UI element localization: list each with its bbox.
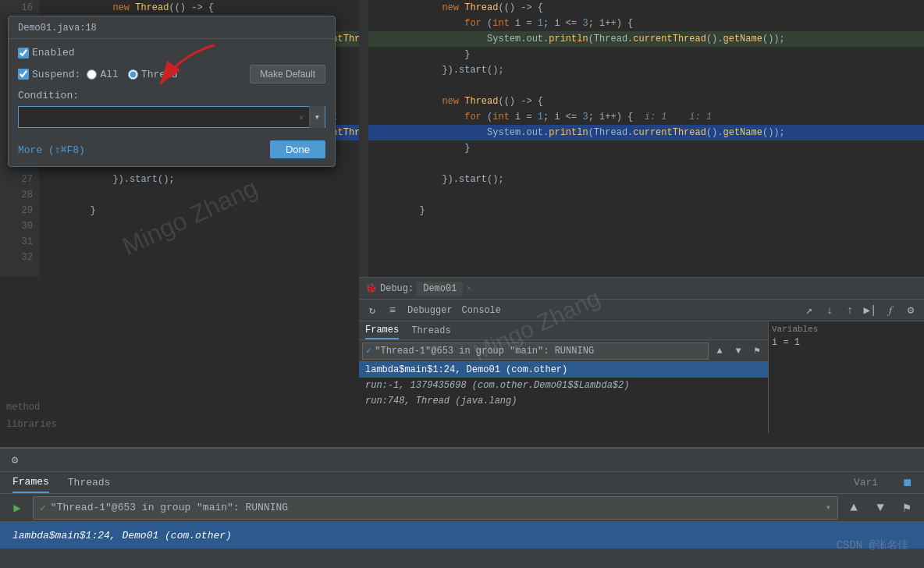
rcode-23: for (int i = 1; i <= 3; i++) { i: 1 i: 1 (368, 109, 924, 125)
variables-panel: Variables i = 1 (768, 321, 924, 433)
bottom-check-icon: ✓ (40, 502, 46, 514)
variable-i: i = 1 (772, 337, 921, 348)
enabled-checkbox-label[interactable]: Enabled (18, 47, 75, 59)
thread-dropdown[interactable]: ✓ "Thread-1"@653 in group "main": RUNNIN… (362, 343, 709, 360)
rcode-25: } (368, 140, 924, 156)
settings-btn[interactable]: ⚙ (902, 302, 919, 319)
bottom-settings-icon[interactable]: ⚙ (6, 452, 23, 469)
bottom-play-btn[interactable]: ▶ (6, 497, 28, 519)
code-line-29: } (39, 203, 359, 218)
console-btn[interactable]: ≡ (384, 302, 401, 319)
debug-tab-label: Debug: (380, 283, 414, 294)
condition-dropdown-btn[interactable]: ▾ (309, 106, 325, 128)
code-line-30 (39, 218, 359, 234)
suspend-text: Suspend: (32, 69, 80, 80)
thread-radio-label[interactable]: Thread (128, 69, 178, 80)
thread-down-btn[interactable]: ▼ (730, 343, 746, 359)
line-num-29: 29 (0, 203, 39, 218)
thread-dropdown-row: ✓ "Thread-1"@653 in group "main": RUNNIN… (359, 340, 768, 362)
bottom-stack-selected[interactable]: lambda$main$1:24, Demo01 (com.other) (0, 522, 924, 548)
bottom-thread-dropdown[interactable]: ✓ "Thread-1"@653 in group "main": RUNNIN… (33, 496, 838, 520)
close-tab-icon[interactable]: ✕ (466, 282, 471, 294)
evaluate-btn[interactable]: 𝑓 (882, 302, 899, 319)
rcode-19: } (368, 47, 924, 62)
enabled-checkbox[interactable] (18, 48, 29, 59)
rcode-20: }).start(); (368, 62, 924, 78)
rcode-28 (368, 187, 924, 203)
condition-input[interactable] (19, 107, 293, 127)
all-radio-label[interactable]: All (87, 69, 118, 80)
thread-text: Thread (141, 69, 178, 80)
frames-threads-header: Frames Threads (359, 321, 768, 340)
dialog-body: Enabled Suspend: All Thread Make Default… (9, 39, 335, 136)
line-num-32: 32 (0, 250, 39, 265)
run-to-cursor-btn[interactable]: ▶| (862, 302, 879, 319)
left-bottom-panel: method libraries (0, 277, 359, 433)
demo01-tab[interactable]: Demo01 (417, 282, 463, 296)
rcode-24: System.out.println(Thread.currentThread(… (368, 125, 924, 140)
stack-item-2[interactable]: run:748, Thread (java.lang) (359, 393, 768, 409)
bottom-thread-text: "Thread-1"@653 in group "main": RUNNING (51, 502, 288, 513)
suspend-row: Suspend: All Thread Make Default (18, 65, 325, 83)
rcode-26 (368, 156, 924, 172)
step-into-btn[interactable]: ↓ (821, 302, 838, 319)
thread-radio[interactable] (128, 69, 138, 80)
check-icon: ✓ (366, 345, 371, 357)
bottom-frames-tab[interactable]: Frames (12, 472, 49, 493)
more-link[interactable]: More (⇧⌘F8) (18, 144, 85, 156)
bottom-filter-btn[interactable]: ⚑ (896, 497, 918, 519)
variables-label: Variables (772, 325, 921, 334)
done-button[interactable]: Done (270, 140, 325, 158)
frames-tab[interactable]: Frames (365, 321, 399, 339)
thread-filter-btn[interactable]: ⚑ (749, 343, 765, 359)
rcode-29: } (368, 203, 924, 218)
suspend-radio-group: All Thread (87, 69, 177, 80)
all-radio[interactable] (87, 69, 97, 80)
step-over-btn[interactable]: ↗ (801, 302, 818, 319)
debug-content: Frames Threads ✓ "Thread-1"@653 in group… (359, 321, 924, 433)
code-lines-right: new Thread(() -> { for (int i = 1; i <= … (368, 0, 924, 277)
line-num-16: 16 (0, 0, 39, 16)
make-default-button[interactable]: Make Default (250, 65, 325, 83)
enabled-row: Enabled (18, 47, 325, 59)
console-tab[interactable]: Console (462, 305, 501, 316)
dialog-title: Demo01.java:18 (9, 16, 335, 39)
code-line-31 (39, 234, 359, 250)
rcode-27: }).start(); (368, 172, 924, 187)
suspend-checkbox-label[interactable]: Suspend: (18, 69, 80, 80)
bottom-panel: ⚙ Frames Threads Vari ■ ▶ ✓ "Thread-1"@6… (0, 447, 924, 568)
bottom-vari-label: Vari (854, 477, 878, 488)
bottom-stack-text: lambda$main$1:24, Demo01 (com.other) (12, 530, 232, 541)
rcode-22: new Thread(() -> { (368, 94, 924, 109)
code-line-16: new Thread(() -> { (39, 0, 359, 16)
debug-panel: 🐞 Debug: Demo01 ✕ ↻ ≡ Debugger Console ↗… (359, 277, 924, 433)
condition-input-row: ✕ ▾ (18, 106, 325, 128)
stack-item-0[interactable]: lambda$main$1:24, Demo01 (com.other) (359, 362, 768, 378)
line-num-31: 31 (0, 234, 39, 250)
condition-label: Condition: (18, 90, 325, 101)
rcode-16: new Thread(() -> { (368, 0, 924, 16)
rcode-21 (368, 78, 924, 94)
resume-btn[interactable]: ↻ (364, 302, 381, 319)
dropdown-arrow: ▾ (826, 502, 831, 513)
bottom-toolbar: ⚙ (0, 449, 924, 472)
threads-tab[interactable]: Threads (411, 321, 450, 339)
step-out-btn[interactable]: ↑ (841, 302, 858, 319)
rcode-17: for (int i = 1; i <= 3; i++) { (368, 16, 924, 31)
stack-item-1[interactable]: run:-1, 1379435698 (com.other.Demo01$$La… (359, 378, 768, 393)
stack-item-0-text: lambda$main$1:24, Demo01 (com.other) (365, 364, 567, 375)
line-num-30: 30 (0, 218, 39, 234)
bottom-thread-row: ▶ ✓ "Thread-1"@653 in group "main": RUNN… (0, 494, 924, 522)
frames-threads-panel: Frames Threads ✓ "Thread-1"@653 in group… (359, 321, 768, 433)
thread-up-btn[interactable]: ▲ (712, 343, 727, 359)
suspend-checkbox[interactable] (18, 69, 29, 80)
bottom-threads-tab[interactable]: Threads (68, 472, 111, 493)
bottom-down-btn[interactable]: ▼ (869, 497, 891, 519)
debugger-tab[interactable]: Debugger (407, 305, 453, 316)
code-line-32 (39, 250, 359, 265)
line-num-27: 27 (0, 172, 39, 187)
stack-item-2-text: run:748, Thread (java.lang) (365, 396, 517, 406)
debug-icon: 🐞 (365, 282, 377, 294)
bottom-up-btn[interactable]: ▲ (843, 497, 865, 519)
clear-condition-icon[interactable]: ✕ (293, 106, 309, 128)
